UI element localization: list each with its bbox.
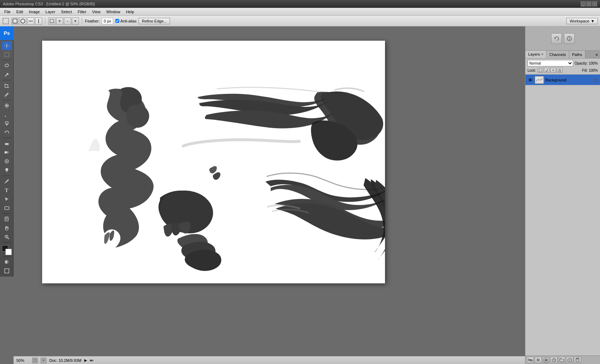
tool-eyedropper[interactable] — [2, 90, 12, 99]
close-btn[interactable]: × — [592, 1, 597, 6]
tool-brush[interactable] — [2, 110, 12, 119]
canvas-container — [42, 41, 385, 283]
lock-paint-btn[interactable] — [544, 68, 550, 73]
tool-history-brush[interactable] — [2, 128, 12, 137]
refine-edge-btn[interactable]: Refine Edge... — [139, 18, 170, 24]
panel-btn-info[interactable] — [564, 33, 575, 44]
blend-mode-select[interactable]: Normal Multiply Screen Overlay — [528, 60, 573, 66]
svg-marker-32 — [42, 360, 45, 361]
menu-window[interactable]: Window — [104, 9, 123, 15]
new-selection-icon[interactable] — [48, 17, 55, 25]
layers-mask-btn[interactable] — [542, 357, 550, 363]
tool-type[interactable]: T — [2, 186, 12, 194]
svg-rect-41 — [594, 80, 597, 82]
tool-healing[interactable] — [2, 101, 12, 110]
menu-layer[interactable]: Layer — [42, 9, 58, 15]
tab-paths[interactable]: Paths — [569, 51, 585, 58]
layer-visibility-eye[interactable] — [528, 77, 533, 83]
svg-rect-15 — [5, 151, 9, 153]
tool-marquee[interactable] — [2, 50, 12, 59]
layers-new-btn[interactable] — [566, 357, 573, 363]
menu-help[interactable]: Help — [123, 9, 137, 15]
ellipse-select-icon[interactable] — [19, 17, 26, 25]
menu-view[interactable]: View — [89, 9, 104, 15]
ps-logo: Ps — [0, 26, 14, 40]
tool-zoom[interactable] — [2, 233, 12, 241]
tool-gradient[interactable] — [2, 148, 12, 157]
single-col-icon[interactable] — [35, 17, 42, 25]
svg-rect-13 — [5, 143, 9, 145]
layers-adjustment-btn[interactable] — [550, 357, 558, 363]
tool-crop[interactable] — [2, 81, 12, 90]
rect-select-icon[interactable] — [11, 17, 19, 25]
lock-all-btn[interactable] — [557, 68, 562, 73]
menu-filter[interactable]: Filter — [75, 9, 89, 15]
right-panel: Layers × Channels Paths ≡ Normal Multipl… — [525, 26, 600, 364]
status-btn-right[interactable] — [41, 358, 46, 363]
tool-screen-mode[interactable] — [2, 267, 12, 275]
panel-btn-history[interactable] — [551, 33, 562, 44]
layer-thumbnail — [535, 76, 544, 84]
tool-sep-8 — [2, 256, 11, 257]
tool-magic-wand[interactable] — [2, 70, 12, 79]
tool-blur[interactable] — [2, 157, 12, 166]
right-panel-top — [525, 26, 600, 51]
layers-group-btn[interactable] — [558, 357, 565, 363]
svg-rect-6 — [5, 52, 9, 57]
tool-move[interactable] — [2, 41, 12, 50]
feather-input[interactable] — [102, 18, 113, 24]
tab-layers[interactable]: Layers × — [525, 51, 546, 58]
tool-lasso[interactable] — [2, 61, 12, 70]
subtract-selection-icon[interactable]: - — [64, 17, 71, 25]
tool-sep-1 — [2, 60, 11, 60]
status-arrow-btn[interactable]: ▶ — [84, 358, 87, 362]
svg-point-35 — [569, 37, 570, 38]
tab-channels-label: Channels — [549, 52, 566, 57]
tool-shape[interactable] — [2, 204, 12, 212]
menu-select[interactable]: Select — [58, 9, 75, 15]
background-color[interactable] — [5, 249, 12, 255]
tool-stamp[interactable] — [2, 119, 12, 128]
maximize-btn[interactable]: □ — [586, 1, 591, 6]
canvas-area: 50% Doc: 10.2M/9.93M ▶ ⏭ — [14, 26, 525, 364]
lock-move-btn[interactable]: + — [550, 68, 556, 73]
status-btn-left[interactable] — [32, 358, 38, 363]
workspace-btn[interactable]: Workspace ▼ — [566, 18, 598, 24]
anti-alias-checkbox[interactable] — [115, 19, 119, 23]
tool-quick-mask[interactable] — [2, 258, 12, 266]
tab-layers-close[interactable]: × — [541, 52, 543, 56]
tool-path-selection[interactable] — [2, 195, 12, 203]
svg-rect-37 — [559, 70, 561, 72]
selection-tool-icon[interactable] — [2, 17, 9, 25]
layer-item-background[interactable]: Background — [525, 75, 600, 85]
menu-edit[interactable]: Edit — [14, 9, 26, 15]
lock-transparency-btn[interactable] — [538, 68, 543, 73]
tool-pen[interactable] — [2, 177, 12, 186]
layers-panel-menu[interactable]: ≡ — [594, 52, 600, 57]
layers-fx-btn[interactable]: fx — [535, 357, 542, 363]
minimize-btn[interactable]: _ — [581, 1, 586, 6]
layers-link-btn[interactable] — [527, 357, 534, 363]
svg-rect-0 — [3, 18, 9, 24]
add-selection-icon[interactable]: + — [56, 17, 63, 25]
tool-eraser[interactable] — [2, 139, 12, 148]
single-row-icon[interactable] — [27, 17, 34, 25]
intersect-selection-icon[interactable]: × — [72, 17, 79, 25]
tool-notes[interactable] — [2, 215, 12, 223]
layer-name-background: Background — [545, 78, 591, 82]
tool-hand[interactable] — [2, 224, 12, 232]
menu-file[interactable]: File — [1, 9, 14, 15]
canvas-inner[interactable] — [42, 41, 385, 283]
sep-1 — [45, 17, 45, 25]
tool-sep-6 — [2, 213, 11, 214]
svg-rect-12 — [6, 124, 8, 125]
menu-image[interactable]: Image — [26, 9, 43, 15]
tab-channels[interactable]: Channels — [546, 51, 569, 58]
layers-delete-btn[interactable] — [574, 357, 581, 363]
tool-sep-2 — [2, 80, 11, 80]
svg-point-31 — [34, 359, 36, 362]
layers-footer: fx — [525, 355, 600, 364]
sep-2 — [82, 17, 82, 25]
status-arrow2-btn[interactable]: ⏭ — [90, 358, 94, 362]
tool-dodge[interactable] — [2, 166, 12, 175]
